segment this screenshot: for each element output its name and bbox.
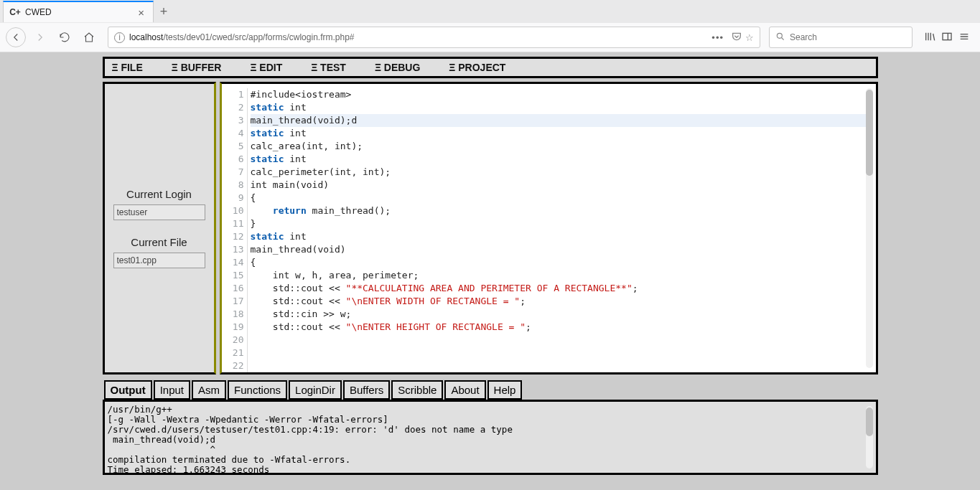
tab-title: CWED — [25, 7, 135, 17]
output-panel: /usr/bin/g++ [-g -Wall -Wextra -Wpedanti… — [103, 400, 878, 475]
tab-favicon: C+ — [9, 6, 21, 18]
pocket-icon[interactable] — [731, 31, 742, 44]
url-text: localhost/tests/dev01/cwed/src/app/forms… — [129, 32, 355, 42]
page-actions-icon[interactable]: ••• — [711, 32, 724, 43]
code-line[interactable]: int w, h, area, perimeter; — [251, 269, 866, 282]
menu-debug[interactable]: Ξ DEBUG — [375, 62, 420, 73]
code-line[interactable]: std::cout << "**CALCULATING AREA AND PER… — [251, 282, 866, 295]
cwed-app: Ξ FILEΞ BUFFERΞ EDITΞ TESTΞ DEBUGΞ PROJE… — [103, 57, 878, 486]
menu-buffer[interactable]: Ξ BUFFER — [172, 62, 222, 73]
home-button[interactable] — [79, 27, 99, 47]
output-scrollbar-thumb[interactable] — [866, 407, 873, 436]
page-body: Ξ FILEΞ BUFFERΞ EDITΞ TESTΞ DEBUGΞ PROJE… — [0, 52, 980, 490]
code-line[interactable]: static int — [251, 153, 866, 166]
editor-scrollbar-thumb[interactable] — [866, 90, 873, 176]
menu-test[interactable]: Ξ TEST — [311, 62, 346, 73]
current-file-label: Current File — [131, 236, 187, 248]
code-line[interactable]: static int — [251, 230, 866, 243]
output-text: /usr/bin/g++ [-g -Wall -Wextra -Wpedanti… — [108, 405, 873, 475]
code-line[interactable]: std::cout << "\nENTER WIDTH OF RECTANGLE… — [251, 295, 866, 308]
menu-icon[interactable] — [958, 31, 970, 44]
side-panel: Current Login Current File — [103, 82, 216, 374]
code-editor[interactable]: 12345678910111213141516171819202122 #inc… — [220, 82, 878, 374]
bookmark-icon[interactable]: ☆ — [745, 32, 754, 43]
browser-tab[interactable]: C+ CWED × — [3, 1, 154, 22]
code-line[interactable]: main_thread(void);d — [251, 114, 866, 127]
bottom-tab-buffers[interactable]: Buffers — [343, 380, 390, 400]
current-login-field[interactable] — [113, 204, 205, 220]
search-input[interactable] — [790, 32, 906, 42]
bottom-tab-input[interactable]: Input — [154, 380, 190, 400]
app-menubar: Ξ FILEΞ BUFFERΞ EDITΞ TESTΞ DEBUGΞ PROJE… — [103, 57, 878, 78]
sidebar-icon[interactable] — [941, 31, 953, 44]
svg-point-0 — [777, 33, 782, 38]
current-login-label: Current Login — [126, 188, 192, 200]
svg-rect-1 — [943, 33, 951, 39]
forward-button[interactable] — [30, 27, 50, 47]
new-tab-button[interactable]: + — [154, 1, 174, 22]
close-tab-icon[interactable]: × — [135, 6, 147, 19]
line-gutter: 12345678910111213141516171819202122 — [225, 88, 248, 372]
toolbar-right — [924, 31, 970, 44]
back-button[interactable] — [6, 27, 26, 47]
reload-button[interactable] — [55, 27, 75, 47]
code-line[interactable]: calc_perimeter(int, int); — [251, 166, 866, 179]
code-line[interactable]: return main_thread(); — [251, 204, 866, 217]
workarea: Current Login Current File 1234567891011… — [103, 82, 878, 374]
output-scrollbar[interactable] — [866, 406, 873, 468]
code-area[interactable]: #include<iostream>static intmain_thread(… — [251, 88, 866, 334]
bottom-tab-help[interactable]: Help — [487, 380, 523, 400]
editor-scrollbar[interactable] — [866, 88, 873, 368]
menu-edit[interactable]: Ξ EDIT — [250, 62, 282, 73]
browser-tabs: C+ CWED × + — [0, 0, 980, 23]
bottom-tabs: OutputInputAsmFunctionsLoginDirBuffersSc… — [104, 380, 878, 400]
browser-chrome: C+ CWED × + i localhost/tests/dev01/cwed… — [0, 0, 980, 52]
browser-toolbar: i localhost/tests/dev01/cwed/src/app/for… — [0, 23, 980, 52]
bottom-tab-output[interactable]: Output — [104, 380, 152, 400]
bottom-tab-about[interactable]: About — [444, 380, 485, 400]
url-bar[interactable]: i localhost/tests/dev01/cwed/src/app/for… — [108, 27, 760, 48]
site-info-icon[interactable]: i — [114, 32, 125, 43]
menu-project[interactable]: Ξ PROJECT — [449, 62, 505, 73]
bottom-tab-logindir[interactable]: LoginDir — [289, 380, 342, 400]
menu-file[interactable]: Ξ FILE — [112, 62, 143, 73]
code-line[interactable]: { — [251, 192, 866, 204]
code-line[interactable]: std::cout << "\nENTER HEIGHT OF RECTANGL… — [251, 321, 866, 334]
code-line[interactable]: main_thread(void) — [251, 243, 866, 256]
library-icon[interactable] — [924, 31, 935, 44]
code-line[interactable]: std::cin >> w; — [251, 308, 866, 321]
code-line[interactable]: #include<iostream> — [251, 88, 866, 101]
code-line[interactable]: } — [251, 217, 866, 230]
current-file-field[interactable] — [113, 253, 205, 268]
bottom-tab-scribble[interactable]: Scribble — [391, 380, 443, 400]
code-line[interactable]: static int — [251, 101, 866, 114]
search-bar[interactable] — [769, 27, 913, 48]
bottom-tab-functions[interactable]: Functions — [228, 380, 287, 400]
code-line[interactable]: static int — [251, 127, 866, 140]
bottom-tab-asm[interactable]: Asm — [192, 380, 226, 400]
code-line[interactable]: calc_area(int, int); — [251, 140, 866, 153]
code-line[interactable]: int main(void) — [251, 179, 866, 192]
search-icon — [775, 32, 785, 44]
code-line[interactable]: { — [251, 256, 866, 269]
